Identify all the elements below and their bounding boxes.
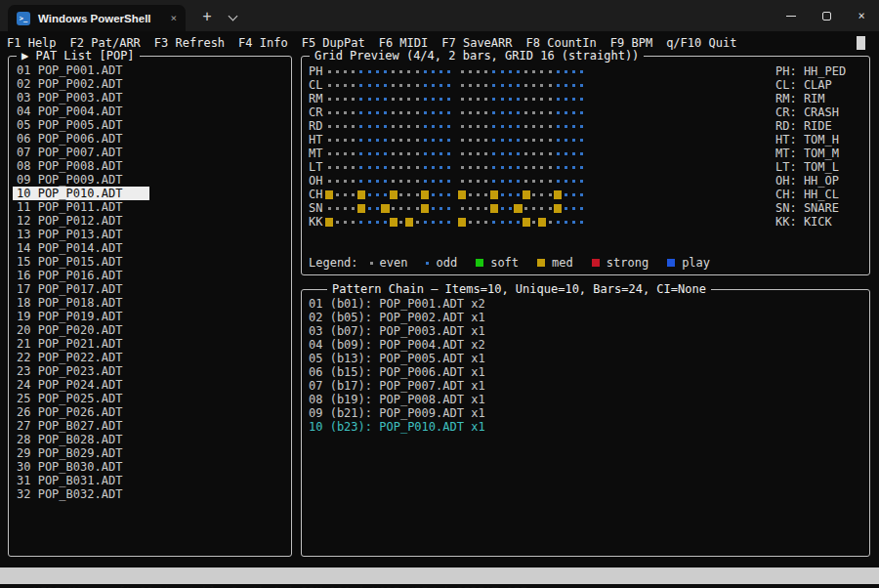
list-item[interactable]: 18 POP_P018.ADT: [9, 296, 291, 310]
maximize-button[interactable]: [809, 0, 844, 31]
step-dot: [565, 139, 567, 142]
list-item[interactable]: 28 POP_B028.ADT: [9, 433, 291, 446]
chain-item[interactable]: 03 (b07): POP_P003.ADT x1: [309, 324, 485, 338]
step-cell: [482, 201, 490, 215]
list-item[interactable]: 30 POP_B030.ADT: [9, 460, 291, 474]
list-item[interactable]: 25 POP_P025.ADT: [9, 392, 291, 405]
list-item[interactable]: 08 POP_P008.ADT: [9, 159, 291, 173]
list-item[interactable]: 27 POP_B027.ADT: [9, 419, 291, 433]
chain-item[interactable]: 01 (b01): POP_P001.ADT x2: [309, 297, 485, 311]
list-item[interactable]: 22 POP_P022.ADT: [9, 351, 291, 364]
step-cell: [466, 160, 474, 174]
step-cell: [421, 174, 429, 188]
step-dot: [407, 84, 410, 87]
step-cell: [514, 78, 522, 92]
step-cell: [357, 188, 365, 201]
menu-item[interactable]: F2 Pat/ARR: [70, 36, 141, 50]
list-item[interactable]: 23 POP_P023.ADT: [9, 364, 291, 378]
step-cell: [350, 201, 357, 215]
chain-item[interactable]: 04 (b09): POP_P004.ADT x2: [309, 338, 485, 352]
menu-item[interactable]: F9 BPM: [610, 36, 652, 50]
list-item-text: 08 POP_P008.ADT: [17, 159, 122, 173]
step-dot: [328, 84, 331, 87]
step-dot: [392, 84, 395, 87]
menu-item[interactable]: F7 SaveARR: [441, 36, 512, 50]
tab-dropdown-button[interactable]: [223, 6, 244, 27]
menu-item[interactable]: F1 Help: [7, 36, 57, 50]
list-item[interactable]: 24 POP_P024.ADT: [9, 378, 291, 392]
step-dot: [384, 193, 387, 196]
menu-item[interactable]: F4 Info: [238, 36, 288, 50]
step-dot: [336, 84, 339, 87]
step-dot: [565, 166, 567, 169]
list-item[interactable]: 09 POP_P009.ADT: [9, 173, 291, 187]
list-item[interactable]: 16 POP_P016.ADT: [9, 269, 291, 282]
menu-item[interactable]: q/F10 Quit: [666, 36, 736, 50]
list-item[interactable]: 14 POP_P014.ADT: [9, 241, 291, 255]
list-item[interactable]: 04 POP_P004.ADT: [9, 105, 291, 118]
chain-item[interactable]: 05 (b13): POP_P005.ADT x1: [309, 352, 485, 365]
list-item[interactable]: 26 POP_P026.ADT: [9, 405, 291, 419]
list-item[interactable]: 07 POP_P007.ADT: [9, 146, 291, 159]
step-dot: [532, 84, 535, 87]
step-dot: [352, 221, 355, 224]
step-dot: [477, 84, 480, 87]
step-dot: [424, 84, 427, 87]
step-dot: [565, 70, 567, 73]
step-dot: [509, 180, 512, 183]
list-item[interactable]: 19 POP_P019.ADT: [9, 310, 291, 323]
step-cell: [514, 64, 522, 78]
new-tab-button[interactable]: +: [195, 6, 219, 27]
step-cell: [538, 160, 546, 174]
chain-item[interactable]: 07 (b17): POP_P007.ADT x1: [309, 379, 485, 393]
list-item[interactable]: 06 POP_P006.ADT: [9, 132, 291, 146]
list-item[interactable]: 17 POP_P017.ADT: [9, 282, 291, 296]
list-item[interactable]: 13 POP_P013.ADT: [9, 228, 291, 241]
step-dot: [501, 84, 504, 87]
step-dot: [344, 166, 347, 169]
step-cell: [538, 133, 546, 147]
step-dot: [484, 70, 487, 73]
step-dot: [492, 125, 495, 128]
list-item[interactable]: 12 POP_P012.ADT: [9, 214, 291, 228]
list-item[interactable]: 15 POP_P015.ADT: [9, 255, 291, 269]
list-item[interactable]: 10 POP_P010.ADT: [9, 187, 291, 200]
list-item[interactable]: 32 POP_B032.ADT: [9, 487, 291, 501]
list-item[interactable]: 21 POP_P021.ADT: [9, 337, 291, 351]
close-button[interactable]: ×: [844, 0, 879, 31]
list-item[interactable]: 02 POP_P002.ADT: [9, 77, 291, 91]
step-cell: [341, 92, 349, 105]
step-dot: [359, 84, 362, 87]
list-item[interactable]: 31 POP_B031.ADT: [9, 474, 291, 487]
step-cell: [445, 201, 453, 215]
chain-item[interactable]: 02 (b05): POP_P002.ADT x1: [309, 311, 485, 324]
chain-item[interactable]: 10 (b23): POP_P010.ADT x1: [309, 420, 485, 434]
chain-item[interactable]: 08 (b19): POP_P008.ADT x1: [309, 393, 485, 406]
menu-item[interactable]: F5 DupPat: [302, 36, 365, 50]
chain-item[interactable]: 09 (b21): POP_P009.ADT x1: [309, 406, 485, 420]
list-item[interactable]: 01 POP_P001.ADT: [9, 63, 291, 77]
list-item[interactable]: 20 POP_P020.ADT: [9, 323, 291, 337]
list-item[interactable]: 05 POP_P005.ADT: [9, 118, 291, 132]
chain-item[interactable]: 06 (b15): POP_P006.ADT x1: [309, 365, 485, 379]
step-cell: [429, 133, 437, 147]
step-cell: [357, 119, 365, 133]
step-cell: [333, 215, 341, 229]
list-item[interactable]: 03 POP_P003.ADT: [9, 91, 291, 105]
step-cell: [562, 92, 569, 105]
menu-item[interactable]: F3 Refresh: [154, 36, 225, 50]
step-cell: [341, 188, 349, 201]
step-dot: [384, 84, 387, 87]
tab-close-icon[interactable]: ×: [170, 13, 177, 23]
step-cell: [458, 92, 466, 105]
step-cell: [413, 147, 421, 160]
menu-item[interactable]: F8 CountIn: [526, 36, 597, 50]
menu-item[interactable]: F6 MIDI: [379, 36, 429, 50]
step-cell: [466, 92, 474, 105]
step-dot: [477, 180, 480, 183]
list-item[interactable]: 11 POP_P011.ADT: [9, 200, 291, 214]
list-item[interactable]: 29 POP_B029.ADT: [9, 446, 291, 460]
tab-powershell[interactable]: >_ Windows PowerShell ×: [8, 5, 186, 31]
minimize-button[interactable]: [774, 0, 809, 31]
step-dot: [549, 84, 552, 87]
